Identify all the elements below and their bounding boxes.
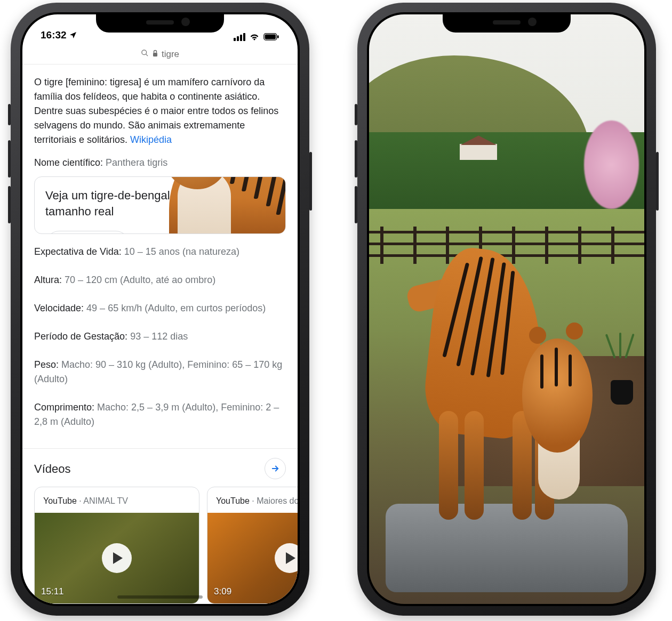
scientific-name-value: Panthera tigris [106, 157, 167, 168]
view-in-3d-button[interactable]: Veja em 3D [45, 231, 130, 233]
location-services-icon [69, 31, 77, 39]
play-icon [102, 543, 132, 573]
phone-left: 16:32 [11, 3, 309, 616]
phone-right [357, 3, 656, 616]
flower-pot [611, 380, 633, 405]
video-source: YouTube [43, 496, 77, 505]
ar-3d-card[interactable]: Veja um tigre-de-bengala de perto, em ta… [34, 176, 286, 234]
fact-speed: Velocidade: 49 – 65 km/h (Adulto, em cur… [34, 301, 286, 316]
svg-rect-2 [277, 35, 279, 38]
video-source: YouTube [216, 496, 250, 505]
fact-length: Comprimento: Macho: 2,5 – 3,9 m (Adulto)… [34, 400, 286, 429]
wikipedia-link[interactable]: Wikipédia [130, 134, 172, 145]
fact-life-expectancy: Expectativa de Vida: 10 – 15 anos (na na… [34, 245, 286, 259]
video-channel: Maiores do M [257, 496, 298, 505]
tiger-3d-preview [153, 176, 286, 233]
video-duration: 15:11 [41, 585, 64, 599]
battery-icon [263, 33, 279, 41]
url-text: tigre [162, 49, 179, 60]
fact-weight: Peso: Macho: 90 – 310 kg (Adulto), Femin… [34, 358, 286, 386]
play-icon [275, 543, 298, 573]
background-house [460, 144, 497, 160]
foreground-rock [386, 504, 628, 592]
video-card[interactable]: YouTube · ANIMAL TV 15:11 [34, 487, 199, 604]
svg-line-4 [146, 54, 148, 56]
ar-tiger-model[interactable] [430, 250, 589, 510]
video-thumbnail[interactable]: 15:11 [35, 513, 199, 603]
scientific-name-label: Nome científico: [34, 157, 103, 168]
cellular-signal-icon [234, 33, 245, 41]
fact-gestation: Período de Gestação: 93 – 112 dias [34, 329, 286, 344]
video-thumbnail[interactable]: 3:09 [207, 513, 298, 603]
description-text: O tigre [feminino: tigresa] é um mamífer… [34, 75, 286, 147]
svg-rect-5 [153, 53, 157, 57]
ar-camera-view[interactable] [369, 14, 644, 604]
status-time: 16:32 [41, 29, 67, 41]
potted-plant [604, 333, 636, 359]
facts-list: Expectativa de Vida: 10 – 15 anos (na na… [34, 245, 286, 435]
video-card[interactable]: YouTube · Maiores do M 3:09 [207, 487, 298, 604]
phone-notch [443, 12, 571, 33]
video-duration: 3:09 [214, 585, 231, 599]
knowledge-panel: O tigre [feminino: tigresa] é um mamífer… [22, 64, 298, 604]
home-indicator[interactable] [117, 595, 203, 599]
svg-rect-1 [265, 35, 276, 39]
wifi-icon [249, 33, 260, 41]
lock-icon [152, 49, 158, 60]
scientific-name-row: Nome científico: Panthera tigris [34, 156, 286, 170]
fact-height: Altura: 70 – 120 cm (Adulto, até ao ombr… [34, 273, 286, 287]
phone-notch [96, 12, 224, 33]
videos-section-title: Vídeos [34, 460, 71, 478]
url-bar[interactable]: tigre [22, 44, 298, 64]
search-icon [141, 49, 149, 60]
video-channel: ANIMAL TV [83, 496, 128, 505]
videos-more-button[interactable] [265, 458, 286, 479]
video-carousel[interactable]: YouTube · ANIMAL TV 15:11 YouTube · Maio… [34, 487, 286, 604]
svg-point-3 [142, 50, 147, 54]
